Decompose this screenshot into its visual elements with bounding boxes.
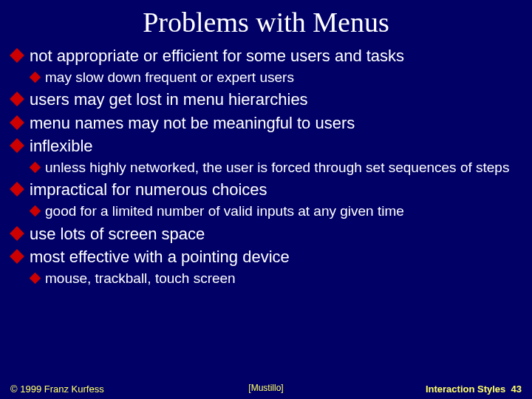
bullet-text: use lots of screen space [30,224,205,245]
bullet-text: good for a limited number of valid input… [45,202,404,221]
bullet-item: impractical for numerous choices [12,180,520,200]
sub-bullet-item: good for a limited number of valid input… [31,202,520,221]
sub-bullet-item: mouse, trackball, touch screen [31,270,520,288]
copyright-text: © 1999 Franz Kurfess [10,383,104,395]
citation-text: [Mustillo] [248,383,283,393]
bullet-text: impractical for numerous choices [30,180,267,200]
diamond-icon [30,161,41,173]
bullet-item: menu names may not be meaningful to user… [12,113,520,134]
diamond-icon [30,205,41,217]
bullet-item: users may get lost in menu hierarchies [12,89,520,110]
page-number: 43 [511,383,522,395]
sub-bullet-item: may slow down frequent or expert users [31,69,520,87]
bullet-text: not appropriate or efficient for some us… [30,46,404,66]
diamond-icon [30,71,41,83]
slide-body: not appropriate or efficient for some us… [0,46,532,287]
diamond-icon [10,138,24,153]
page-indicator: Interaction Styles 43 [426,383,522,395]
bullet-text: unless highly networked, the user is for… [45,159,509,177]
bullet-text: inflexible [30,136,93,157]
sub-bullet-item: unless highly networked, the user is for… [31,159,520,177]
diamond-icon [10,48,24,63]
bullet-item: use lots of screen space [12,224,520,245]
bullet-text: may slow down frequent or expert users [45,69,294,87]
bullet-text: mouse, trackball, touch screen [45,270,236,288]
slide-footer: © 1999 Franz Kurfess [Mustillo] Interact… [0,383,532,395]
diamond-icon [10,92,24,106]
bullet-item: most effective with a pointing device [12,247,520,267]
bullet-item: not appropriate or efficient for some us… [12,46,520,66]
diamond-icon [10,182,24,197]
diamond-icon [10,115,24,130]
diamond-icon [30,272,41,284]
section-name: Interaction Styles [426,383,505,395]
slide-title: Problems with Menus [0,6,532,38]
diamond-icon [10,226,24,241]
diamond-icon [10,249,24,264]
bullet-text: users may get lost in menu hierarchies [30,89,308,110]
bullet-text: most effective with a pointing device [30,247,290,267]
bullet-item: inflexible [12,136,520,157]
bullet-text: menu names may not be meaningful to user… [30,113,355,134]
